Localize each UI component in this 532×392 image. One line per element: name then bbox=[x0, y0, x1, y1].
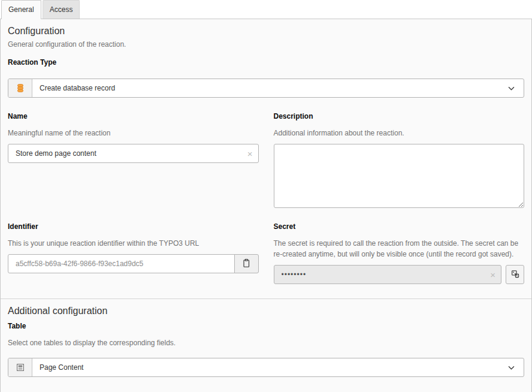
tab-general[interactable]: General bbox=[1, 0, 41, 19]
reaction-type-label: Reaction Type bbox=[8, 58, 524, 67]
configuration-section: Configuration General configuration of t… bbox=[1, 19, 531, 298]
reaction-type-value: Create database record bbox=[32, 79, 498, 97]
table-help: Select one tables to display the corresp… bbox=[8, 337, 524, 348]
reaction-type-select[interactable]: Create database record bbox=[8, 79, 524, 98]
description-label: Description bbox=[274, 112, 525, 120]
identifier-field: Identifier This is your unique reaction … bbox=[8, 222, 259, 284]
identifier-help: This is your unique reaction identifier … bbox=[8, 238, 259, 249]
description-field: Description Additional information about… bbox=[274, 112, 525, 208]
additional-heading: Additional configuration bbox=[8, 305, 524, 317]
secret-label: Secret bbox=[274, 222, 525, 231]
table-label: Table bbox=[8, 322, 524, 330]
database-icon bbox=[8, 79, 32, 97]
content-icon bbox=[8, 358, 32, 376]
secret-field: Secret The secret is required to call th… bbox=[274, 222, 525, 284]
chevron-down-icon bbox=[498, 358, 524, 376]
name-label: Name bbox=[8, 112, 259, 120]
description-textarea[interactable] bbox=[274, 144, 525, 208]
additional-configuration-section: Additional configuration Table Select on… bbox=[1, 298, 531, 392]
section-heading: Configuration bbox=[8, 25, 524, 37]
clear-secret-icon: × bbox=[490, 270, 495, 279]
name-input[interactable] bbox=[8, 144, 259, 163]
name-field: Name Meaningful name of the reaction × bbox=[8, 112, 259, 208]
name-help: Meaningful name of the reaction bbox=[8, 128, 259, 138]
tab-bar: General Access bbox=[0, 0, 532, 19]
tab-access[interactable]: Access bbox=[43, 0, 80, 19]
tab-content-panel: Configuration General configuration of t… bbox=[0, 19, 532, 392]
chevron-down-icon bbox=[498, 79, 524, 97]
section-subheading: General configuration of the reaction. bbox=[8, 40, 524, 49]
identifier-input[interactable] bbox=[8, 254, 235, 273]
secret-help: The secret is required to call the react… bbox=[274, 238, 525, 260]
clear-name-icon[interactable]: × bbox=[247, 149, 253, 158]
table-select-value: Page Content bbox=[32, 358, 498, 376]
dice-icon bbox=[510, 269, 520, 281]
table-select[interactable]: Page Content bbox=[8, 358, 524, 377]
clipboard-icon bbox=[241, 258, 251, 270]
copy-identifier-button[interactable] bbox=[234, 254, 259, 273]
identifier-label: Identifier bbox=[8, 222, 259, 231]
secret-input bbox=[274, 265, 502, 284]
regenerate-secret-button[interactable] bbox=[506, 265, 524, 284]
description-help: Additional information about the reactio… bbox=[274, 128, 525, 138]
